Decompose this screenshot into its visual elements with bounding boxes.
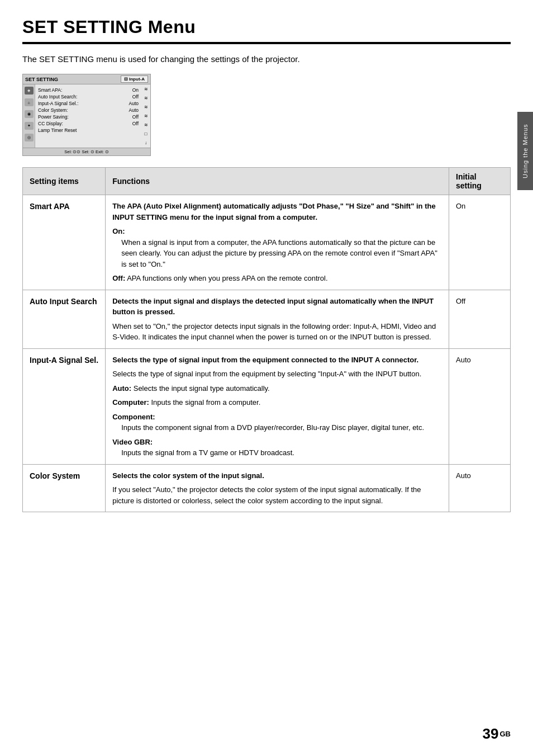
col-header-initial-setting: Initial setting xyxy=(449,168,511,195)
input-a-bold-intro: Selects the type of signal input from th… xyxy=(112,356,418,364)
functions-color-system: Selects the color system of the input si… xyxy=(106,464,449,512)
settings-table: Setting items Functions Initial setting … xyxy=(22,167,511,512)
initial-input-a-signal: Auto xyxy=(449,348,511,464)
functions-auto-input-search: Detects the input signal and displays th… xyxy=(106,290,449,348)
menu-row-6: CC Display:Off xyxy=(38,120,139,127)
menu-content-col: Smart APA:On Auto Input Search:Off Input… xyxy=(35,84,141,148)
menu-label: SET SETTING xyxy=(25,77,58,82)
input-a-videogbr-text: Inputs the signal from a TV game or HDTV… xyxy=(112,447,442,459)
input-a-component-label: Component: xyxy=(112,413,155,421)
initial-auto-input-search: Off xyxy=(449,290,511,348)
menu-screenshot: SET SETTING ⊟ Input-A ◈ ⌂ ◉ ✦ ◎ Smart AP… xyxy=(22,74,151,156)
setting-name-color-system: Color System xyxy=(23,464,106,512)
menu-right-icons: ≋ ≋ ≋ ≋ ≋ □ ↓ xyxy=(141,84,150,148)
smart-apa-on-label: On: xyxy=(112,227,125,235)
menu-icon-1: ◈ xyxy=(25,87,34,94)
menu-row-1: Smart APA:On xyxy=(38,87,139,93)
intro-text: The SET SETTING menu is used for changin… xyxy=(22,54,511,64)
smart-apa-bold-intro: The APA (Auto Pixel Alignment) automatic… xyxy=(112,202,435,221)
table-row-smart-apa: Smart APA The APA (Auto Pixel Alignment)… xyxy=(23,195,511,290)
functions-input-a-signal: Selects the type of signal input from th… xyxy=(106,348,449,464)
table-row-color-system: Color System Selects the color system of… xyxy=(23,464,511,512)
input-a-computer-label: Computer: xyxy=(112,398,149,407)
menu-row-3: Input-A Signal Sel.:Auto xyxy=(38,100,139,107)
menu-icon-4: ✦ xyxy=(25,122,34,130)
page-number: 39GB xyxy=(483,725,511,743)
menu-row-7: Lamp Timer Reset xyxy=(38,127,139,134)
input-a-body: Selects the type of signal input from th… xyxy=(112,370,421,378)
smart-apa-off-label: Off: xyxy=(112,274,125,282)
smart-apa-on-text: When a signal is input from a computer, … xyxy=(112,237,442,270)
table-row-input-a-signal: Input-A Signal Sel. Selects the type of … xyxy=(23,348,511,464)
input-a-auto-text: Selects the input signal type automatica… xyxy=(134,384,270,393)
menu-icon-3: ◉ xyxy=(25,110,34,118)
menu-icon-2: ⌂ xyxy=(25,98,34,106)
menu-row-2: Auto Input Search:Off xyxy=(38,93,139,100)
color-system-body: If you select "Auto," the projector dete… xyxy=(112,485,421,505)
col-header-functions: Functions xyxy=(106,168,449,195)
setting-name-smart-apa: Smart APA xyxy=(23,195,106,290)
menu-row-4: Color System:Auto xyxy=(38,107,139,114)
table-row-auto-input-search: Auto Input Search Detects the input sign… xyxy=(23,290,511,348)
auto-input-search-body: When set to "On," the projector detects … xyxy=(112,322,436,342)
page-title: SET SETTING Menu xyxy=(22,17,511,44)
input-a-auto-label: Auto: xyxy=(112,384,131,393)
smart-apa-off-text: APA functions only when you press APA on… xyxy=(127,274,327,282)
auto-input-search-bold-intro: Detects the input signal and displays th… xyxy=(112,297,434,316)
sidebar-label: Using the Menus xyxy=(517,112,533,190)
input-a-computer-text: Inputs the signal from a computer. xyxy=(151,398,261,407)
menu-input-badge: ⊟ Input-A xyxy=(121,75,148,83)
menu-icon-5: ◎ xyxy=(25,134,34,141)
menu-footer: Sel: ⊙⊙ Set: ⊙ Exit: ⊙ xyxy=(23,148,150,155)
input-a-videogbr-label: Video GBR: xyxy=(112,438,153,446)
setting-name-input-a-signal: Input-A Signal Sel. xyxy=(23,348,106,464)
setting-name-auto-input-search: Auto Input Search xyxy=(23,290,106,348)
initial-smart-apa: On xyxy=(449,195,511,290)
col-header-setting-items: Setting items xyxy=(23,168,106,195)
menu-icons-col: ◈ ⌂ ◉ ✦ ◎ xyxy=(23,84,35,148)
color-system-bold-intro: Selects the color system of the input si… xyxy=(112,471,264,480)
input-a-component-text: Inputs the component signal from a DVD p… xyxy=(112,422,442,433)
initial-color-system: Auto xyxy=(449,464,511,512)
functions-smart-apa: The APA (Auto Pixel Alignment) automatic… xyxy=(106,195,449,290)
menu-row-5: Power Saving:Off xyxy=(38,114,139,120)
